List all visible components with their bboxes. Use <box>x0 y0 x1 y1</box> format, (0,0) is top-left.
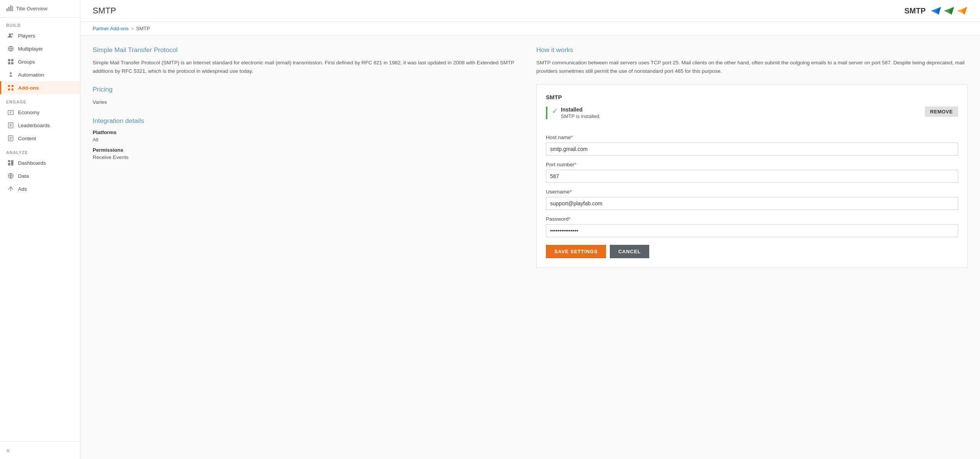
svg-rect-0 <box>7 8 8 11</box>
plane-blue-icon <box>930 5 942 16</box>
sidebar-item-leaderboards[interactable]: Leaderboards <box>0 119 80 132</box>
breadcrumb-parent[interactable]: Partner Add-ons <box>93 26 129 31</box>
sidebar-item-dashboards[interactable]: Dashboards <box>0 156 80 169</box>
grid-icon <box>7 58 14 65</box>
svg-rect-26 <box>8 163 10 166</box>
automation-icon <box>7 71 14 78</box>
pricing-value: Varies <box>93 98 524 107</box>
sidebar-item-dashboards-label: Dashboards <box>18 160 46 166</box>
sidebar-item-addons-label: Add-ons <box>18 85 39 91</box>
svg-rect-3 <box>12 6 13 11</box>
svg-rect-9 <box>11 59 13 61</box>
users-icon <box>7 32 14 39</box>
sidebar: Title Overview BUILD Players Multiplayer… <box>0 0 80 459</box>
breadcrumb: Partner Add-ons > SMTP <box>80 22 980 36</box>
sidebar-logo[interactable]: Title Overview <box>0 0 80 18</box>
password-field-group: Password* <box>546 216 958 237</box>
permissions-value: Receive Events <box>93 154 524 160</box>
pricing-section: Pricing Varies <box>93 86 524 107</box>
save-settings-button[interactable]: SAVE SETTINGS <box>546 245 606 258</box>
intro-body: Simple Mail Transfer Protocol (SMTP) is … <box>93 59 524 75</box>
sidebar-item-data[interactable]: Data <box>0 169 80 182</box>
sidebar-item-data-label: Data <box>18 173 29 179</box>
how-it-works-section: How it works SMTP communication between … <box>536 46 968 75</box>
svg-rect-16 <box>11 89 13 90</box>
svg-rect-11 <box>11 62 13 64</box>
svg-rect-10 <box>8 62 10 64</box>
analyze-label: ANALYZE <box>0 145 80 156</box>
password-required: * <box>568 216 570 222</box>
sidebar-item-automation-label: Automation <box>18 72 44 78</box>
sidebar-item-automation[interactable]: Automation <box>0 68 80 81</box>
svg-rect-14 <box>11 85 13 87</box>
leaderboard-icon <box>7 122 14 129</box>
svg-rect-1 <box>8 7 10 11</box>
sidebar-item-content-label: Content <box>18 136 36 141</box>
host-input[interactable] <box>546 143 958 156</box>
permissions-label: Permissions <box>93 147 524 153</box>
sidebar-section-build: BUILD Players Multiplayer Groups Automat… <box>0 18 80 94</box>
data-icon <box>7 172 14 179</box>
addons-icon <box>7 84 14 91</box>
how-title: How it works <box>536 46 968 54</box>
username-field-group: Username* <box>546 189 958 210</box>
smtp-logo-text: SMTP <box>904 7 926 15</box>
how-body: SMTP communication between mail servers … <box>536 59 968 75</box>
svg-rect-2 <box>10 5 11 11</box>
sidebar-item-ads-label: Ads <box>18 186 27 192</box>
sidebar-item-groups[interactable]: Groups <box>0 55 80 68</box>
username-label: Username* <box>546 189 958 195</box>
sidebar-item-economy[interactable]: Economy <box>0 106 80 119</box>
remove-button[interactable]: REMOVE <box>925 107 958 117</box>
sidebar-item-leaderboards-label: Leaderboards <box>18 123 50 128</box>
economy-icon <box>7 109 14 116</box>
collapse-button[interactable]: « <box>0 441 80 459</box>
build-label: BUILD <box>0 18 80 29</box>
content-icon <box>7 135 14 142</box>
host-required: * <box>571 134 573 140</box>
sidebar-item-multiplayer-label: Multiplayer <box>18 46 43 52</box>
smtp-config-panel: SMTP ✓ Installed SMTP is installed. REMO… <box>536 84 968 268</box>
svg-rect-28 <box>8 160 10 162</box>
sidebar-item-groups-label: Groups <box>18 59 35 65</box>
left-column: Simple Mail Transfer Protocol Simple Mai… <box>93 46 524 268</box>
platforms-label: Platforms <box>93 130 524 135</box>
sidebar-item-players-label: Players <box>18 33 35 39</box>
username-input[interactable] <box>546 197 958 210</box>
platforms-value: All <box>93 137 524 143</box>
svg-point-12 <box>10 72 12 74</box>
password-input[interactable] <box>546 224 958 237</box>
username-required: * <box>570 189 572 195</box>
content-area: Simple Mail Transfer Protocol Simple Mai… <box>80 36 980 279</box>
sidebar-section-engage: ENGAGE Economy Leaderboards Content <box>0 94 80 145</box>
check-icon: ✓ <box>552 107 558 115</box>
host-field-group: Host name* <box>546 134 958 156</box>
sidebar-item-multiplayer[interactable]: Multiplayer <box>0 42 80 55</box>
cancel-button[interactable]: CANCEL <box>610 245 649 258</box>
integration-title: Integration details <box>93 117 524 125</box>
sidebar-item-addons[interactable]: Add-ons <box>0 81 80 94</box>
form-actions: SAVE SETTINGS CANCEL <box>546 245 958 258</box>
pricing-title: Pricing <box>93 86 524 93</box>
installed-bar: ✓ Installed SMTP is installed. <box>546 107 601 119</box>
smtp-logo-area: SMTP <box>904 5 968 16</box>
breadcrumb-current: SMTP <box>136 26 150 31</box>
port-required: * <box>574 162 576 167</box>
sidebar-item-ads[interactable]: Ads <box>0 182 80 195</box>
integration-section: Integration details Platforms All Permis… <box>93 117 524 160</box>
main-content: SMTP SMTP Partner Add-ons > SMTP <box>80 0 980 459</box>
page-header: SMTP SMTP <box>80 0 980 22</box>
port-input[interactable] <box>546 170 958 183</box>
svg-rect-17 <box>8 110 13 115</box>
sidebar-item-content[interactable]: Content <box>0 132 80 145</box>
svg-point-5 <box>11 33 13 35</box>
port-label: Port number* <box>546 162 958 167</box>
chart-icon <box>6 5 13 13</box>
sidebar-item-players[interactable]: Players <box>0 29 80 42</box>
host-label: Host name* <box>546 134 958 140</box>
sidebar-section-analyze: ANALYZE Dashboards Data Ads <box>0 145 80 195</box>
ads-icon <box>7 185 14 192</box>
svg-rect-27 <box>11 160 13 166</box>
engage-label: ENGAGE <box>0 94 80 106</box>
smtp-panel-title: SMTP <box>546 94 958 100</box>
